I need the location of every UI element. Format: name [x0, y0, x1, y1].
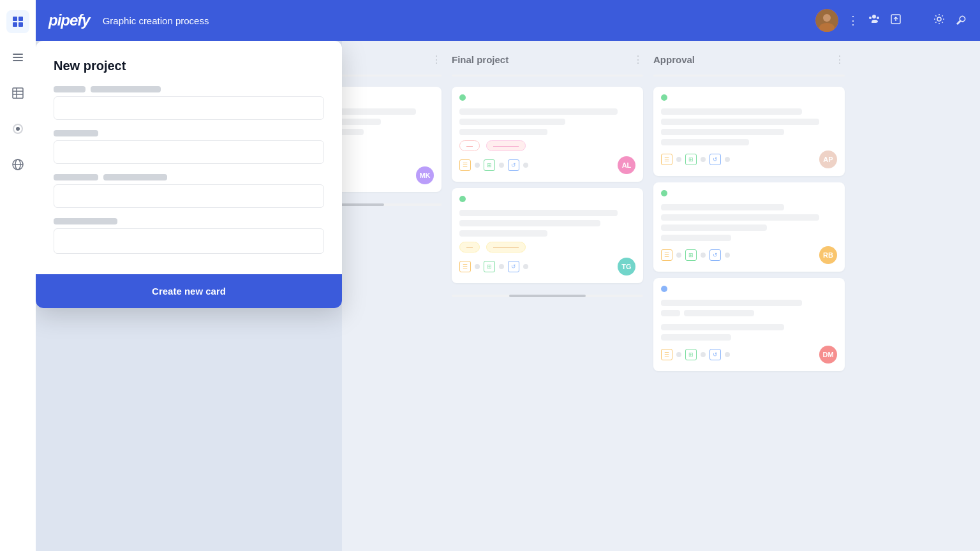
card-footer: ☰ ⊞ ↺ AP [661, 151, 837, 168]
card-footer: ☰ ⊞ ↺ AL [459, 156, 635, 174]
card-icon-green[interactable]: ⊞ [484, 159, 495, 171]
card-dot-sm [676, 352, 681, 357]
create-card-footer[interactable]: Create new card [36, 274, 342, 308]
form-input-4[interactable] [54, 228, 324, 254]
logo: pipefy [48, 11, 90, 29]
column-menu-approval[interactable]: ⋮ [835, 54, 845, 66]
card-approval-3[interactable]: ☰ ⊞ ↺ DM [653, 278, 845, 371]
card-icon-orange[interactable]: ☰ [661, 249, 672, 261]
svg-rect-4 [13, 54, 23, 55]
card-dot-sm [725, 253, 730, 258]
card-skeleton [684, 310, 754, 316]
card-final-2[interactable]: — ———— ☰ ⊞ ↺ TG [452, 188, 643, 283]
dot-green [661, 190, 667, 196]
filter-icon[interactable] [911, 13, 924, 29]
card-dot-sm [523, 163, 528, 168]
form-input-3[interactable] [54, 184, 324, 208]
tag-outline-red: — [459, 140, 480, 151]
column-menu-final[interactable]: ⋮ [633, 54, 643, 66]
card-skeleton [459, 220, 600, 226]
svg-rect-3 [19, 22, 23, 27]
card-dot-sm [701, 157, 706, 162]
form-input-1[interactable] [54, 96, 324, 120]
card-dots [661, 94, 837, 105]
card-avatar: MK [416, 166, 434, 184]
column-header-approval: Approval ⋮ [653, 54, 845, 66]
dot-green [459, 94, 466, 101]
card-icon-orange[interactable]: ☰ [459, 261, 471, 272]
card-icon-row: ☰ ⊞ ↺ [661, 349, 730, 360]
card-skeleton [661, 324, 784, 330]
tag-outline-pink: ———— [486, 140, 526, 151]
header-right: ⋮ [815, 9, 967, 32]
column-title-final: Final project [452, 54, 509, 65]
card-icon-orange[interactable]: ☰ [661, 154, 672, 165]
wrench-icon[interactable] [954, 13, 967, 29]
card-skeleton [661, 235, 731, 241]
card-approval-1[interactable]: ☰ ⊞ ↺ AP [653, 87, 845, 176]
card-final-1[interactable]: — ———— ☰ ⊞ ↺ AL [452, 87, 643, 182]
form-label-3 [54, 174, 324, 180]
form-group-3 [54, 174, 324, 208]
label-skel [54, 218, 117, 224]
card-dots [459, 196, 635, 206]
card-skeleton [661, 300, 802, 306]
sidebar-item-list[interactable] [6, 46, 29, 69]
card-dot-sm [701, 253, 706, 258]
card-icon-blue[interactable]: ↺ [709, 154, 721, 165]
card-dot-sm [725, 352, 730, 357]
card-skeleton [459, 210, 618, 216]
create-card-button[interactable]: Create new card [152, 286, 226, 297]
export-icon[interactable] [889, 13, 902, 29]
card-icon-blue[interactable]: ↺ [508, 261, 519, 272]
dot-green [459, 196, 466, 202]
svg-rect-1 [19, 17, 23, 21]
header: pipefy Graphic creation process ⋮ [36, 0, 980, 41]
card-icon-green[interactable]: ⊞ [685, 154, 697, 165]
sidebar-item-global[interactable] [6, 153, 29, 176]
label-skel [103, 174, 167, 180]
card-skeleton [459, 108, 618, 115]
form-group-4 [54, 218, 324, 254]
column-menu-creation[interactable]: ⋮ [431, 54, 442, 66]
card-dot-sm [499, 163, 504, 168]
card-skeleton [661, 214, 819, 221]
card-icon-blue[interactable]: ↺ [709, 249, 721, 261]
avatar[interactable] [815, 9, 838, 32]
card-skeleton [459, 230, 547, 237]
more-icon[interactable]: ⋮ [847, 13, 859, 27]
sidebar-item-grid[interactable] [6, 10, 29, 33]
sidebar [0, 0, 36, 551]
card-avatar: RB [819, 246, 837, 264]
users-icon[interactable] [868, 13, 880, 29]
column-final: Final project ⋮ — ———— [452, 54, 643, 538]
column-approval: Approval ⋮ ☰ ⊞ [653, 54, 845, 538]
sidebar-item-table[interactable] [6, 82, 29, 105]
card-icon-green[interactable]: ⊞ [685, 249, 697, 261]
label-skel [91, 86, 161, 92]
modal-title: New project [54, 59, 324, 73]
card-icon-row: ☰ ⊞ ↺ [459, 261, 528, 272]
card-icon-orange[interactable]: ☰ [661, 349, 672, 360]
approval-actions: ⋮ [835, 54, 845, 66]
svg-point-16 [823, 14, 831, 22]
card-avatar: TG [618, 258, 635, 276]
card-icon-orange[interactable]: ☰ [459, 159, 471, 171]
card-dot-sm [523, 264, 528, 269]
card-icon-blue[interactable]: ↺ [508, 159, 519, 171]
svg-rect-2 [13, 22, 17, 27]
card-skeleton [661, 129, 784, 135]
card-skeleton [459, 129, 547, 135]
card-icon-green[interactable]: ⊞ [484, 261, 495, 272]
card-avatar: AL [618, 156, 635, 174]
scroll-indicator [452, 295, 643, 297]
form-input-2[interactable] [54, 140, 324, 164]
svg-point-20 [937, 17, 941, 21]
sidebar-item-automation[interactable] [6, 117, 29, 140]
card-skeleton [661, 334, 731, 341]
settings-icon[interactable] [933, 13, 946, 29]
card-approval-2[interactable]: ☰ ⊞ ↺ RB [653, 182, 845, 272]
card-icon-green[interactable]: ⊞ [685, 349, 697, 360]
card-footer: ☰ ⊞ ↺ RB [661, 246, 837, 264]
card-icon-blue[interactable]: ↺ [709, 349, 721, 360]
